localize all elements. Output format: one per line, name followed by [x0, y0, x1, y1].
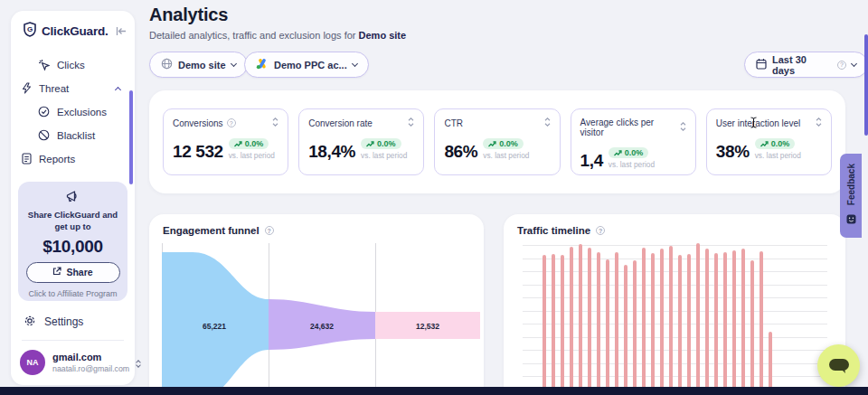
funnel-chart-title: Engagement funnel: [163, 225, 259, 236]
traffic-bar: [597, 252, 600, 395]
settings-label: Settings: [44, 315, 83, 328]
sidebar-item-reports[interactable]: Reports: [16, 147, 129, 171]
chat-bubble-icon: [828, 358, 850, 374]
traffic-bar: [588, 248, 591, 395]
traffic-bar: [615, 252, 618, 395]
traffic-bar: [624, 265, 627, 395]
traffic-bar: [769, 332, 772, 395]
funnel-stage-2-value: 24,632: [310, 322, 334, 331]
kpi-label: Average clicks per visitor: [580, 118, 676, 137]
sidebar-item-threat[interactable]: Threat: [16, 77, 129, 100]
kpi-card-ctr: CTR 86% 0.0% vs. last period: [434, 108, 560, 175]
kpi-label: Conversion rate: [308, 118, 373, 128]
traffic-bar: [760, 251, 763, 395]
traffic-bar: [633, 260, 637, 395]
chat-widget-button[interactable]: [817, 344, 860, 387]
ppc-account-dropdown[interactable]: Demo PPC ac...: [244, 52, 369, 78]
kpi-value: 86%: [444, 143, 477, 160]
sidebar-item-label: Clicks: [57, 60, 85, 71]
sidebar-item-blacklist[interactable]: Blacklist: [16, 124, 129, 147]
funnel-stage-3-value: 12,532: [416, 322, 439, 331]
page-scrollbar[interactable]: [864, 34, 868, 136]
affiliate-program-link[interactable]: Click to Affiliate Program: [24, 289, 122, 298]
sidebar: G ClickGuard. Clicks Threat: [11, 11, 135, 385]
date-range-dropdown[interactable]: Last 30 days ?: [744, 52, 868, 78]
traffic-bar: [660, 249, 664, 395]
sort-icon[interactable]: [408, 118, 414, 128]
sidebar-nav: Clicks Threat Exclusions Blac: [11, 48, 135, 171]
sort-icon[interactable]: [544, 118, 551, 128]
account-switcher[interactable]: NA gmail.com naatali.ro@gmail.com: [20, 350, 129, 375]
gridline: [523, 297, 827, 298]
feedback-label: Feedback: [846, 164, 856, 205]
external-link-icon: [52, 267, 61, 277]
gridline: [523, 324, 827, 324]
kpi-label: Conversions: [173, 118, 223, 128]
exclusions-check-circle-icon: [38, 106, 50, 119]
threat-bolt-icon: [22, 82, 32, 96]
info-icon[interactable]: ?: [265, 226, 274, 235]
blacklist-no-entry-icon: [38, 129, 50, 143]
engagement-funnel-chart: 65,221 24,632 12,532: [162, 240, 480, 395]
avatar: NA: [20, 350, 45, 375]
promo-amount: $10,000: [24, 237, 122, 257]
traffic-bar: [741, 249, 745, 395]
globe-icon: [161, 58, 173, 71]
info-icon[interactable]: ?: [227, 118, 236, 127]
traffic-bar: [705, 249, 709, 395]
traffic-bar: [606, 259, 609, 395]
chevron-down-icon: [851, 61, 857, 67]
kpi-delta-badge: 0.0%: [229, 138, 269, 149]
clicks-cursor-icon: [38, 59, 50, 72]
share-button[interactable]: Share: [26, 262, 120, 283]
ppc-account-value: Demo PPC ac...: [274, 60, 347, 71]
traffic-bar: [750, 260, 754, 395]
kpi-label: User interaction level: [716, 118, 800, 128]
traffic-bar: [570, 247, 573, 395]
kpi-value: 18,4%: [308, 143, 355, 160]
gridline: [523, 311, 827, 312]
traffic-timeline-card: Traffic timeline ?: [504, 214, 845, 395]
funnel-stage-1-value: 65,221: [203, 322, 226, 331]
chevron-down-icon: [231, 61, 237, 67]
account-email: naatali.ro@gmail.com: [52, 364, 129, 373]
collapse-sidebar-icon[interactable]: [116, 24, 127, 40]
sidebar-item-label: Exclusions: [57, 107, 107, 118]
gear-icon: [24, 315, 36, 330]
kpi-vs-label: vs. last period: [755, 151, 801, 160]
sort-icon[interactable]: [272, 118, 278, 128]
sidebar-item-clicks[interactable]: Clicks: [16, 53, 129, 77]
megaphone-icon: [65, 191, 80, 206]
kpi-card-avg-clicks: Average clicks per visitor 1,4 0.0% vs. …: [571, 108, 696, 175]
kpi-value: 12 532: [173, 143, 223, 160]
kpi-summary-panel: Conversions ? 12 532 0.0% vs. last perio…: [149, 90, 845, 193]
logo-row: G ClickGuard.: [11, 11, 135, 48]
account-updown-icon: [137, 359, 142, 367]
reports-document-icon: [22, 153, 32, 166]
kpi-vs-label: vs. last period: [229, 151, 275, 160]
kpi-card-conversions: Conversions ? 12 532 0.0% vs. last perio…: [163, 108, 288, 175]
sort-icon[interactable]: [816, 118, 822, 128]
traffic-bar: [561, 255, 564, 395]
chevron-down-icon: [352, 61, 358, 67]
subtitle-site-name: Demo site: [359, 30, 407, 41]
traffic-timeline-chart: [523, 238, 827, 395]
gridline: [523, 245, 827, 246]
traffic-bar: [723, 252, 727, 395]
kpi-delta-badge: 0.0%: [609, 147, 649, 158]
traffic-bar: [579, 244, 582, 395]
affiliate-promo-card[interactable]: Share ClickGuard and get up to $10,000 S…: [18, 182, 127, 301]
site-filter-dropdown[interactable]: Demo site: [149, 52, 248, 78]
sidebar-item-label: Threat: [39, 83, 69, 94]
gridline: [523, 285, 827, 286]
sidebar-item-settings[interactable]: Settings: [24, 312, 135, 332]
sidebar-scrollbar[interactable]: [129, 90, 133, 184]
info-icon[interactable]: ?: [596, 226, 605, 235]
app-logo-text: ClickGuard.: [42, 24, 111, 38]
sidebar-item-exclusions[interactable]: Exclusions: [16, 100, 129, 124]
traffic-bar: [714, 253, 718, 395]
feedback-tab[interactable]: Feedback: [840, 154, 862, 238]
sort-icon[interactable]: [680, 122, 686, 133]
gridline: [523, 376, 827, 377]
page-subtitle: Detailed analytics, traffic and exclusio…: [149, 30, 406, 41]
